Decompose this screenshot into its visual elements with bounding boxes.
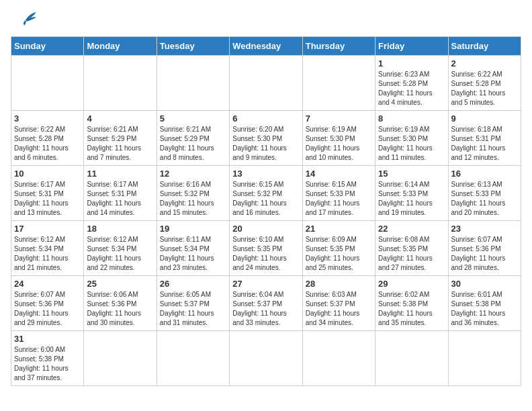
day-info: Sunrise: 6:21 AM Sunset: 5:29 PM Dayligh… [160,125,226,163]
day-info: Sunrise: 6:17 AM Sunset: 5:31 PM Dayligh… [14,180,81,218]
day-number: 20 [232,224,299,234]
day-number: 11 [87,169,153,179]
day-number: 6 [232,113,299,124]
day-number: 4 [87,113,153,124]
day-info: Sunrise: 6:15 AM Sunset: 5:32 PM Dayligh… [232,180,299,218]
day-number: 23 [451,224,518,234]
calendar-cell: 7Sunrise: 6:19 AM Sunset: 5:30 PM Daylig… [302,111,375,166]
calendar-cell [448,331,521,386]
header [11,11,521,30]
day-info: Sunrise: 6:16 AM Sunset: 5:32 PM Dayligh… [160,180,226,218]
calendar-cell: 30Sunrise: 6:01 AM Sunset: 5:38 PM Dayli… [448,276,521,331]
day-info: Sunrise: 6:01 AM Sunset: 5:38 PM Dayligh… [451,290,518,328]
day-number: 3 [14,113,81,124]
day-number: 17 [14,224,81,234]
day-number: 27 [232,279,299,289]
day-info: Sunrise: 6:19 AM Sunset: 5:30 PM Dayligh… [306,125,372,163]
day-of-week-header: Saturday [448,37,521,56]
day-number: 15 [378,169,445,179]
calendar-cell: 14Sunrise: 6:15 AM Sunset: 5:33 PM Dayli… [302,166,375,221]
day-number: 21 [306,224,372,234]
day-number: 18 [87,224,153,234]
calendar-cell: 22Sunrise: 6:08 AM Sunset: 5:35 PM Dayli… [375,221,448,276]
logo-bird-icon [13,11,38,30]
calendar-cell [84,56,157,111]
calendar-cell: 15Sunrise: 6:14 AM Sunset: 5:33 PM Dayli… [375,166,448,221]
calendar-cell: 31Sunrise: 6:00 AM Sunset: 5:38 PM Dayli… [11,331,84,386]
calendar-cell [11,56,84,111]
calendar-cell: 6Sunrise: 6:20 AM Sunset: 5:30 PM Daylig… [230,111,302,166]
day-info: Sunrise: 6:05 AM Sunset: 5:37 PM Dayligh… [160,290,226,328]
day-number: 26 [160,279,226,289]
day-number: 29 [378,279,445,289]
calendar-cell: 5Sunrise: 6:21 AM Sunset: 5:29 PM Daylig… [157,111,229,166]
day-info: Sunrise: 6:08 AM Sunset: 5:35 PM Dayligh… [378,235,445,273]
calendar-cell: 25Sunrise: 6:06 AM Sunset: 5:36 PM Dayli… [84,276,157,331]
calendar-cell: 10Sunrise: 6:17 AM Sunset: 5:31 PM Dayli… [11,166,84,221]
day-number: 31 [14,334,81,344]
day-number: 8 [378,113,445,124]
day-info: Sunrise: 6:07 AM Sunset: 5:36 PM Dayligh… [451,235,518,273]
calendar-week-row: 3Sunrise: 6:22 AM Sunset: 5:28 PM Daylig… [11,111,521,166]
calendar-cell: 13Sunrise: 6:15 AM Sunset: 5:32 PM Dayli… [230,166,302,221]
day-info: Sunrise: 6:18 AM Sunset: 5:31 PM Dayligh… [451,125,518,163]
calendar-week-row: 1Sunrise: 6:23 AM Sunset: 5:28 PM Daylig… [11,56,521,111]
day-info: Sunrise: 6:13 AM Sunset: 5:33 PM Dayligh… [451,180,518,218]
day-number: 13 [232,169,299,179]
day-info: Sunrise: 6:12 AM Sunset: 5:34 PM Dayligh… [87,235,153,273]
calendar-cell: 28Sunrise: 6:03 AM Sunset: 5:37 PM Dayli… [302,276,375,331]
calendar-cell [302,56,375,111]
header-row: SundayMondayTuesdayWednesdayThursdayFrid… [11,37,521,56]
calendar-cell [157,56,229,111]
day-info: Sunrise: 6:23 AM Sunset: 5:28 PM Dayligh… [378,70,445,107]
calendar-week-row: 31Sunrise: 6:00 AM Sunset: 5:38 PM Dayli… [11,331,521,386]
day-number: 28 [306,279,372,289]
calendar-cell [230,56,302,111]
day-info: Sunrise: 6:21 AM Sunset: 5:29 PM Dayligh… [87,125,153,163]
day-info: Sunrise: 6:04 AM Sunset: 5:37 PM Dayligh… [232,290,299,328]
calendar-cell: 1Sunrise: 6:23 AM Sunset: 5:28 PM Daylig… [375,56,448,111]
day-number: 12 [160,169,226,179]
day-info: Sunrise: 6:22 AM Sunset: 5:28 PM Dayligh… [451,70,518,107]
calendar-cell: 26Sunrise: 6:05 AM Sunset: 5:37 PM Dayli… [157,276,229,331]
day-info: Sunrise: 6:11 AM Sunset: 5:34 PM Dayligh… [160,235,226,273]
day-number: 7 [306,113,372,124]
day-number: 9 [451,113,518,124]
calendar-cell: 2Sunrise: 6:22 AM Sunset: 5:28 PM Daylig… [448,56,521,111]
calendar-cell [302,331,375,386]
day-of-week-header: Tuesday [157,37,229,56]
day-number: 16 [451,169,518,179]
day-info: Sunrise: 6:17 AM Sunset: 5:31 PM Dayligh… [87,180,153,218]
day-number: 19 [160,224,226,234]
day-info: Sunrise: 6:10 AM Sunset: 5:35 PM Dayligh… [232,235,299,273]
calendar-cell: 8Sunrise: 6:19 AM Sunset: 5:30 PM Daylig… [375,111,448,166]
day-of-week-header: Monday [84,37,157,56]
day-info: Sunrise: 6:03 AM Sunset: 5:37 PM Dayligh… [306,290,372,328]
day-info: Sunrise: 6:22 AM Sunset: 5:28 PM Dayligh… [14,125,81,163]
calendar-cell: 11Sunrise: 6:17 AM Sunset: 5:31 PM Dayli… [84,166,157,221]
day-of-week-header: Friday [375,37,448,56]
day-number: 10 [14,169,81,179]
calendar-cell: 20Sunrise: 6:10 AM Sunset: 5:35 PM Dayli… [230,221,302,276]
calendar-cell: 19Sunrise: 6:11 AM Sunset: 5:34 PM Dayli… [157,221,229,276]
day-of-week-header: Sunday [11,37,84,56]
day-info: Sunrise: 6:09 AM Sunset: 5:35 PM Dayligh… [306,235,372,273]
day-info: Sunrise: 6:07 AM Sunset: 5:36 PM Dayligh… [14,290,81,328]
day-info: Sunrise: 6:15 AM Sunset: 5:33 PM Dayligh… [306,180,372,218]
calendar-cell: 17Sunrise: 6:12 AM Sunset: 5:34 PM Dayli… [11,221,84,276]
day-of-week-header: Wednesday [230,37,302,56]
day-number: 25 [87,279,153,289]
calendar-cell: 9Sunrise: 6:18 AM Sunset: 5:31 PM Daylig… [448,111,521,166]
calendar-cell: 23Sunrise: 6:07 AM Sunset: 5:36 PM Dayli… [448,221,521,276]
day-number: 2 [451,58,518,68]
logo [11,11,38,30]
calendar-cell [84,331,157,386]
calendar-cell: 18Sunrise: 6:12 AM Sunset: 5:34 PM Dayli… [84,221,157,276]
calendar-cell: 3Sunrise: 6:22 AM Sunset: 5:28 PM Daylig… [11,111,84,166]
day-of-week-header: Thursday [302,37,375,56]
day-info: Sunrise: 6:12 AM Sunset: 5:34 PM Dayligh… [14,235,81,273]
calendar-cell: 16Sunrise: 6:13 AM Sunset: 5:33 PM Dayli… [448,166,521,221]
day-info: Sunrise: 6:00 AM Sunset: 5:38 PM Dayligh… [14,345,81,383]
day-number: 30 [451,279,518,289]
calendar-cell: 4Sunrise: 6:21 AM Sunset: 5:29 PM Daylig… [84,111,157,166]
